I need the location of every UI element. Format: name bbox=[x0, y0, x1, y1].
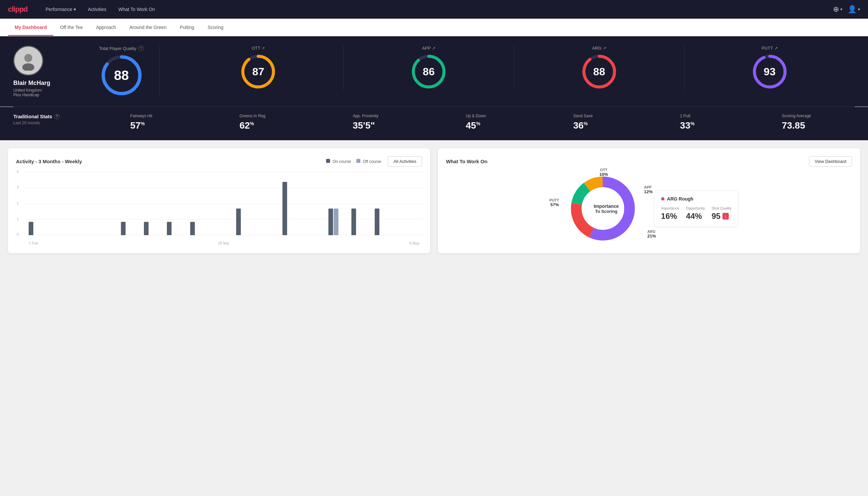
info-metrics: Importance 16% Opportunity 44% Shot Qual… bbox=[661, 206, 732, 221]
bar-on-9 bbox=[236, 208, 241, 235]
tab-off-the-tee[interactable]: Off the Tee bbox=[53, 19, 89, 36]
trend-icon-ott: ↗ bbox=[262, 46, 265, 51]
score-label-putt: PUTT ↗ bbox=[762, 46, 778, 51]
donut-label-putt: PUTT 57% bbox=[550, 198, 559, 207]
tabs-bar: My Dashboard Off the Tee Approach Around… bbox=[0, 19, 868, 36]
off-course-dot bbox=[357, 159, 360, 163]
stat-fairways-hit: Fairways Hit 57% bbox=[130, 113, 152, 131]
view-dashboard-button[interactable]: View Dashboard bbox=[809, 156, 852, 167]
bar-on-15 bbox=[375, 208, 379, 235]
circle-value-putt: 93 bbox=[764, 66, 776, 78]
tpq-circle: 88 bbox=[100, 53, 143, 97]
tab-scoring[interactable]: Scoring bbox=[201, 19, 230, 36]
info-icon[interactable]: ? bbox=[139, 46, 144, 51]
stat-greens-value: 62% bbox=[239, 120, 254, 131]
metric-shot-quality: Shot Quality 95 ↓ bbox=[711, 206, 731, 221]
svg-point-0 bbox=[24, 54, 32, 62]
nav-performance[interactable]: Performance ▾ bbox=[41, 4, 81, 15]
work-on-card: What To Work On View Dashboard Imp bbox=[438, 148, 860, 253]
chevron-down-icon: ▾ bbox=[858, 7, 860, 12]
stat-items: Fairways Hit 57% Greens In Reg 62% App. … bbox=[86, 113, 855, 131]
donut-center: Importance To Scoring bbox=[594, 203, 618, 214]
x-label-feb: 7 Feb bbox=[29, 241, 38, 245]
bars-row bbox=[26, 172, 422, 235]
bar-spacer-2 bbox=[75, 235, 79, 235]
trad-title: Traditional Stats ? bbox=[13, 113, 73, 119]
circle-value-ott: 87 bbox=[252, 66, 265, 78]
importance-value: 16% bbox=[661, 212, 679, 221]
tab-around-the-green[interactable]: Around the Green bbox=[123, 19, 173, 36]
add-button[interactable]: ⊕ ▾ bbox=[833, 5, 842, 14]
tpq-label: Total Player Quality ? bbox=[99, 46, 144, 51]
bar-group-7 bbox=[190, 222, 212, 235]
bar-group-2 bbox=[75, 235, 96, 235]
x-labels: 7 Feb 28 Mar 9 May bbox=[26, 241, 422, 245]
tab-my-dashboard[interactable]: My Dashboard bbox=[8, 19, 53, 36]
navbar: clippd Performance ▾ Activities What To … bbox=[0, 0, 868, 19]
opportunity-value: 44% bbox=[686, 212, 705, 221]
score-label-arg: ARG ↗ bbox=[592, 46, 606, 51]
svg-point-1 bbox=[22, 63, 34, 71]
player-country: United Kingdom bbox=[13, 88, 42, 93]
bar-on-0 bbox=[29, 222, 33, 235]
score-label-ott: OTT ↗ bbox=[251, 46, 265, 51]
nav-what-to-work-on[interactable]: What To Work On bbox=[114, 4, 160, 15]
bar-group-11 bbox=[282, 182, 304, 235]
bar-on-6 bbox=[167, 222, 172, 235]
bar-on-11 bbox=[282, 182, 287, 235]
stat-up-down-value: 45% bbox=[465, 120, 480, 131]
work-on-title: What To Work On bbox=[446, 158, 487, 164]
legend-on-course: On course bbox=[326, 159, 351, 164]
bar-group-13 bbox=[328, 208, 350, 235]
tpq-value: 88 bbox=[114, 68, 129, 83]
bar-spacer-8 bbox=[213, 235, 218, 235]
stat-fairways-value: 57% bbox=[130, 120, 145, 131]
trad-stats: Traditional Stats ? Last 20 rounds Fairw… bbox=[0, 107, 868, 140]
stat-app-value: 35'5" bbox=[353, 120, 375, 131]
bar-group-12 bbox=[305, 235, 327, 235]
user-menu[interactable]: 👤 ▾ bbox=[848, 5, 860, 14]
nav-activities[interactable]: Activities bbox=[83, 4, 111, 15]
bar-spacer-1 bbox=[52, 235, 56, 235]
trend-icon-arg: ↗ bbox=[603, 46, 606, 51]
score-ott: OTT ↗ 87 bbox=[173, 46, 344, 90]
tab-putting[interactable]: Putting bbox=[173, 19, 201, 36]
shot-quality-value: 95 ↓ bbox=[711, 212, 731, 221]
circle-ott: 87 bbox=[240, 53, 277, 90]
dot-pink-icon bbox=[661, 197, 664, 201]
bar-on-14 bbox=[351, 208, 356, 235]
info-card-title: ARG Rough bbox=[661, 196, 732, 202]
stat-scoring-value: 73.85 bbox=[782, 120, 805, 131]
stat-up-down: Up & Down 45% bbox=[465, 113, 486, 131]
metric-opportunity: Opportunity 44% bbox=[686, 206, 705, 221]
donut-area: Importance To Scoring PUTT 57% OTT 10% A… bbox=[446, 172, 852, 245]
bar-spacer-3 bbox=[98, 235, 102, 235]
tab-approach[interactable]: Approach bbox=[89, 19, 123, 36]
plus-circle-icon: ⊕ bbox=[833, 5, 839, 14]
player-name: Blair McHarg bbox=[13, 80, 50, 87]
bar-group-5 bbox=[144, 222, 165, 235]
donut-center-line2: To Scoring bbox=[594, 209, 618, 214]
activity-card-title: Activity - 3 Months - Weekly bbox=[16, 158, 82, 164]
trad-info-icon[interactable]: ? bbox=[54, 114, 60, 119]
scores-container: OTT ↗ 87 APP ↗ 86 bbox=[173, 46, 855, 90]
player-handicap: Plus Handicap bbox=[13, 93, 39, 97]
all-activities-button[interactable]: All Activities bbox=[388, 156, 422, 167]
nav-links: Performance ▾ Activities What To Work On bbox=[41, 4, 833, 15]
bar-chart-area: 4 3 2 1 0 7 Feb 28 Mar 9 May bbox=[16, 172, 422, 245]
player-section: Blair McHarg United Kingdom Plus Handica… bbox=[0, 36, 868, 107]
bar-on-13 bbox=[328, 208, 333, 235]
stat-scoring-avg: Scoring Average 73.85 bbox=[782, 113, 811, 131]
logo[interactable]: clippd bbox=[8, 5, 28, 14]
shot-quality-badge: ↓ bbox=[723, 213, 729, 219]
donut-container: Importance To Scoring PUTT 57% OTT 10% A… bbox=[559, 172, 646, 245]
activity-card-header: Activity - 3 Months - Weekly On course O… bbox=[16, 156, 422, 167]
score-label-app: APP ↗ bbox=[422, 46, 435, 51]
trad-subtitle: Last 20 rounds bbox=[13, 121, 73, 125]
circle-putt: 93 bbox=[752, 53, 788, 90]
bar-on-7 bbox=[190, 222, 195, 235]
bar-group-0 bbox=[29, 222, 50, 235]
user-icon: 👤 bbox=[848, 5, 857, 14]
bar-spacer-16 bbox=[398, 235, 403, 235]
circle-value-arg: 88 bbox=[593, 66, 605, 78]
